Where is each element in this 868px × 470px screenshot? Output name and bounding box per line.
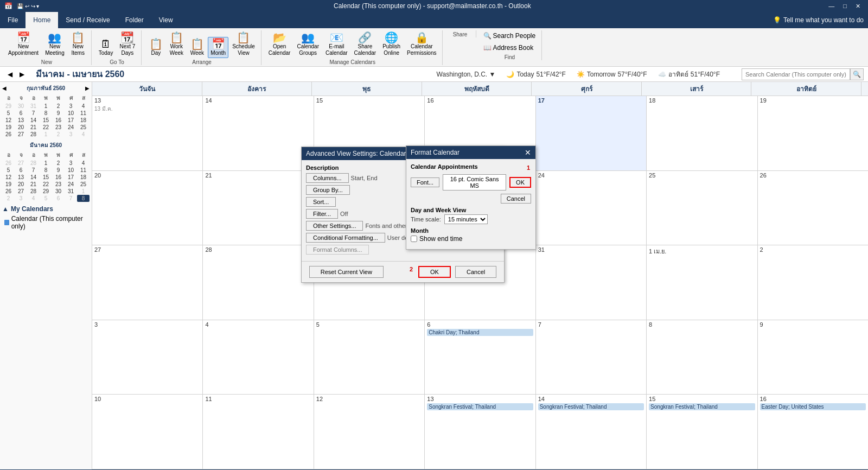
format-dialog-close-btn[interactable]: ✕ (525, 148, 531, 157)
day-week-view-label: Day and Week View (411, 207, 531, 213)
month-section-label: Month (411, 227, 531, 234)
advanced-dialog-footer: Reset Current View 2 OK Cancel (302, 261, 504, 282)
filter-btn[interactable]: Filter... (306, 209, 338, 219)
format-dialog-title: Format Calendar (411, 149, 459, 156)
columns-btn[interactable]: Columns... (306, 173, 349, 183)
cancel-row: Cancel (411, 194, 531, 204)
format-ok-btn[interactable]: OK (509, 177, 531, 188)
time-scale-row: Time scale: 15 minutes 30 minutes 60 min… (411, 214, 531, 224)
font-btn[interactable]: Font... (411, 177, 439, 187)
filter-value: Off (340, 209, 348, 218)
show-end-time-label: Show end time (419, 235, 462, 243)
advanced-cancel-btn[interactable]: Cancel (455, 266, 496, 278)
font-display: 16 pt. Comic Sans MS (443, 174, 506, 190)
dialog-format-calendar: Format Calendar ✕ Calendar Appointments … (406, 145, 536, 250)
other-settings-btn[interactable]: Other Settings... (306, 221, 363, 231)
advanced-ok-btn[interactable]: OK (418, 266, 451, 278)
font-row: Font... 16 pt. Comic Sans MS OK (411, 174, 531, 190)
show-end-time-row: Show end time (411, 235, 531, 243)
time-scale-select[interactable]: 15 minutes 30 minutes 60 minutes (444, 214, 488, 224)
sort-btn[interactable]: Sort... (306, 197, 336, 207)
format-cancel-btn[interactable]: Cancel (501, 194, 531, 204)
time-scale-label: Time scale: (411, 216, 441, 223)
columns-value: Start, End (351, 174, 378, 182)
format-dialog-body: Calendar Appointments 1 Font... 16 pt. C… (406, 159, 535, 249)
calendar-appointments-header: Calendar Appointments 1 (411, 163, 531, 172)
show-end-time-checkbox[interactable] (411, 236, 417, 242)
step1-label: 1 (527, 164, 530, 171)
modal-overlay: Advanced View Settings: Calendar ✕ Descr… (0, 0, 868, 470)
advanced-reset-btn[interactable]: Reset Current View (309, 266, 384, 278)
conditional-formatting-btn[interactable]: Conditional Formatting... (306, 233, 385, 243)
advanced-dialog-title: Advanced View Settings: Calendar (306, 150, 406, 157)
step2-label: 2 (410, 266, 413, 278)
groupby-btn[interactable]: Group By... (306, 185, 350, 195)
format-dialog-title-bar: Format Calendar ✕ (406, 146, 535, 159)
calendar-appointments-label: Calendar Appointments (411, 163, 478, 170)
format-columns-btn[interactable]: Format Columns... (306, 245, 369, 255)
